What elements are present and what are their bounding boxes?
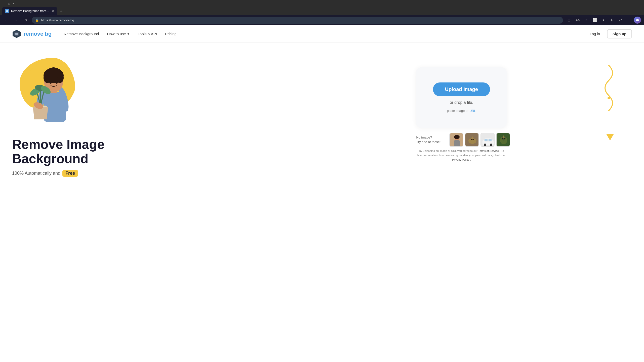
reader-icon[interactable]: Aa bbox=[574, 17, 581, 24]
hero-subtitle: 100% Automatically and Free bbox=[12, 170, 291, 177]
nav-link-pricing[interactable]: Pricing bbox=[165, 32, 177, 36]
sample-images bbox=[449, 133, 510, 147]
terms-link[interactable]: Terms of Service bbox=[478, 149, 499, 152]
svg-point-13 bbox=[55, 81, 58, 84]
hero-right: Upload Image or drop a file, paste image… bbox=[291, 67, 632, 162]
logo-icon bbox=[12, 29, 21, 38]
hero-section: Remove Image Background 100% Automatical… bbox=[0, 43, 644, 187]
close-button[interactable]: ✕ bbox=[12, 2, 15, 5]
sample-image-car[interactable] bbox=[480, 133, 495, 147]
profile-icon[interactable] bbox=[634, 17, 641, 24]
svg-point-44 bbox=[502, 138, 503, 139]
split-icon[interactable]: ⬜ bbox=[591, 17, 598, 24]
upload-card: Upload Image or drop a file, paste image… bbox=[416, 67, 507, 128]
hero-image-container bbox=[12, 53, 291, 129]
signup-button[interactable]: Sign up bbox=[607, 29, 632, 38]
hero-title: Remove Image Background bbox=[12, 137, 291, 166]
new-tab-button[interactable]: + bbox=[58, 8, 65, 15]
website: remove bg Remove Background How to use ▼… bbox=[0, 25, 644, 196]
svg-point-31 bbox=[471, 139, 472, 140]
shield-icon[interactable]: 🛡 bbox=[617, 17, 624, 24]
sample-image-nature[interactable] bbox=[496, 133, 510, 147]
forward-button[interactable]: → bbox=[13, 17, 20, 24]
tab-title: Remove Background from Image bbox=[11, 9, 49, 13]
svg-point-1 bbox=[608, 97, 610, 99]
logo[interactable]: remove bg bbox=[12, 29, 52, 38]
maximize-button[interactable]: □ bbox=[8, 2, 11, 5]
toolbar-icons: ⊡ Aa ☆ ⬜ ★ ⬇ 🛡 ⋯ bbox=[566, 17, 641, 24]
nav-links: Remove Background How to use ▼ Tools & A… bbox=[64, 32, 586, 36]
lock-icon: 🔒 bbox=[35, 18, 39, 22]
browser-chrome: — □ ✕ Remove Background from Image ✕ + ←… bbox=[0, 0, 644, 25]
drop-text: or drop a file, bbox=[450, 100, 473, 105]
hero-left: Remove Image Background 100% Automatical… bbox=[12, 53, 291, 177]
svg-point-12 bbox=[49, 81, 52, 84]
more-icon[interactable]: ⋯ bbox=[625, 17, 632, 24]
sample-label: No image? Try one of these: bbox=[416, 135, 446, 144]
login-button[interactable]: Log in bbox=[586, 30, 604, 38]
upload-image-button[interactable]: Upload Image bbox=[433, 82, 490, 96]
svg-point-24 bbox=[454, 135, 460, 139]
svg-rect-36 bbox=[485, 139, 488, 141]
sample-section: No image? Try one of these: bbox=[416, 133, 507, 147]
svg-rect-25 bbox=[454, 140, 460, 147]
svg-point-45 bbox=[504, 138, 505, 139]
logo-text: remove bg bbox=[24, 31, 52, 37]
chevron-down-icon: ▼ bbox=[127, 32, 130, 35]
browser-addressbar: ← → ↻ 🔒 https://www.remove.bg ⊡ Aa ☆ ⬜ ★… bbox=[0, 15, 644, 25]
sample-image-person[interactable] bbox=[449, 133, 463, 147]
svg-rect-37 bbox=[489, 139, 492, 141]
main-navigation: remove bg Remove Background How to use ▼… bbox=[0, 25, 644, 43]
tabs-bar: Remove Background from Image ✕ + bbox=[0, 7, 644, 15]
legal-text: By uploading an image or URL you agree t… bbox=[416, 149, 507, 162]
hero-text: Remove Image Background 100% Automatical… bbox=[12, 137, 291, 177]
svg-point-11 bbox=[47, 67, 61, 78]
nav-actions: Log in Sign up bbox=[586, 29, 632, 38]
url-text: https://www.remove.bg bbox=[41, 18, 74, 22]
tab-search-icon[interactable]: ⊡ bbox=[566, 17, 573, 24]
browser-titlebar: — □ ✕ bbox=[0, 0, 644, 7]
hero-illustration bbox=[17, 53, 88, 128]
tab-favicon bbox=[5, 9, 9, 13]
free-badge: Free bbox=[62, 170, 78, 177]
privacy-link[interactable]: Privacy Policy bbox=[452, 158, 469, 161]
downloads-icon[interactable]: ⬇ bbox=[608, 17, 615, 24]
svg-point-30 bbox=[473, 135, 476, 139]
url-link[interactable]: URL bbox=[469, 109, 476, 113]
nav-link-tools-api[interactable]: Tools & API bbox=[138, 32, 157, 36]
decorative-triangle bbox=[606, 134, 614, 142]
minimize-button[interactable]: — bbox=[3, 2, 6, 5]
tab-close-icon[interactable]: ✕ bbox=[51, 9, 54, 13]
nav-link-remove-background[interactable]: Remove Background bbox=[64, 32, 99, 36]
decorative-squiggle bbox=[594, 63, 624, 114]
back-button[interactable]: ← bbox=[3, 17, 10, 24]
favorites-icon[interactable]: ☆ bbox=[583, 17, 590, 24]
favorites-list-icon[interactable]: ★ bbox=[600, 17, 607, 24]
svg-point-38 bbox=[484, 144, 486, 146]
svg-point-39 bbox=[490, 144, 492, 146]
active-tab[interactable]: Remove Background from Image ✕ bbox=[2, 7, 57, 15]
window-controls: — □ ✕ bbox=[3, 2, 15, 5]
reload-button[interactable]: ↻ bbox=[22, 17, 29, 24]
address-bar[interactable]: 🔒 https://www.remove.bg bbox=[32, 17, 563, 24]
nav-link-how-to-use[interactable]: How to use ▼ bbox=[107, 32, 130, 36]
svg-point-32 bbox=[472, 139, 474, 140]
sample-image-animal[interactable] bbox=[465, 133, 479, 147]
paste-text: paste image or URL bbox=[447, 109, 476, 113]
svg-point-29 bbox=[469, 135, 472, 139]
